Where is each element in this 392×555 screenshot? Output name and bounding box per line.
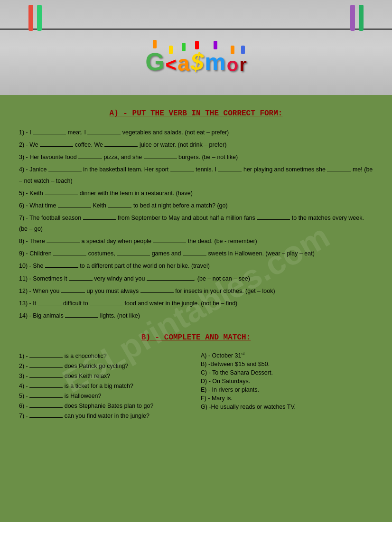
section-a: A) - PUT THE VERB IN THE CORRECT FORM: 1… <box>19 109 373 321</box>
ex-a-1: 1) - I meat. I vegetables and salads. (n… <box>19 127 373 138</box>
clothesline <box>0 28 392 30</box>
match-right-b: B) -Between $15 and $50. <box>201 361 373 367</box>
blank <box>45 188 78 195</box>
blank <box>29 401 63 408</box>
ex-a-3: 3) - Her favourite food pizza, and she b… <box>19 152 373 163</box>
blank <box>327 165 351 171</box>
blank <box>48 165 82 171</box>
blank <box>40 140 73 147</box>
blank <box>29 361 63 368</box>
match-right-f: F) - Mary is. <box>201 395 373 402</box>
ex-a-11: 11) - Sometimes it very windy and you . … <box>19 273 373 284</box>
match-right-g: G) -He usually reads or watches TV. <box>201 404 373 410</box>
ex-a-6: 6) - What time Keith to bed at night bef… <box>19 200 373 211</box>
letter-m2: m <box>205 41 225 74</box>
match-right-a: A) - October 31st <box>201 351 373 359</box>
section-a-title: A) - PUT THE VERB IN THE CORRECT FORM: <box>19 109 373 118</box>
blank <box>58 201 91 207</box>
blank <box>153 236 186 243</box>
letter-r2: r <box>239 46 247 74</box>
letter-g: G <box>145 40 164 74</box>
blank <box>29 381 63 388</box>
blank <box>33 128 66 134</box>
blank <box>65 311 98 318</box>
letter-m1: $ <box>191 41 204 74</box>
blank <box>45 261 78 268</box>
blank <box>69 274 93 281</box>
blank <box>47 236 80 243</box>
letter-a1: a <box>177 43 190 74</box>
match-left-4: 4) - is a ticket for a big match? <box>19 381 191 389</box>
blank <box>87 128 121 134</box>
letters-container: G < a $ m o r <box>145 40 247 74</box>
blank <box>29 371 63 378</box>
blank <box>83 213 116 220</box>
blank <box>183 249 206 255</box>
main-content: ESLprintables.com A) - PUT THE VERB IN T… <box>0 95 392 522</box>
section-b: B) - COMPLETE AND MATCH: 1) - is a choco… <box>19 333 373 421</box>
ex-a-12: 12) - When you up you must always for in… <box>19 286 373 297</box>
blank <box>140 286 174 293</box>
blank <box>29 391 63 398</box>
blank <box>218 165 242 171</box>
ex-a-10: 10) - She to a different part of the wor… <box>19 261 373 272</box>
blank <box>144 152 177 159</box>
blank <box>78 152 102 159</box>
match-left-7: 7) - can you find water in the jungle? <box>19 411 191 419</box>
ex-a-8: 8) - There a special day when people the… <box>19 236 373 247</box>
blank <box>170 165 194 171</box>
blank <box>108 201 131 207</box>
blank <box>104 140 138 147</box>
ex-a-5: 5) - Keith dinner with the team in a res… <box>19 188 373 199</box>
ex-a-4: 4) - Janice in the basketball team. Her … <box>19 164 373 186</box>
blank <box>29 351 63 358</box>
blank <box>29 411 63 418</box>
letter-r1: < <box>166 46 177 74</box>
blank <box>257 213 290 220</box>
ex-a-14: 14) - Big animals lights. (not like) <box>19 310 373 321</box>
ex-a-7: 7) - The football season from September … <box>19 213 373 235</box>
section-b-title: B) - COMPLETE AND MATCH: <box>19 333 373 342</box>
ex-a-13: 13) - It difficult to food and water in … <box>19 298 373 309</box>
match-container: 1) - is a chocoholic? 2) - does Patrick … <box>19 351 373 421</box>
match-right: A) - October 31st B) -Between $15 and $5… <box>201 351 373 421</box>
exercise-a-text: 1) - I meat. I vegetables and salads. (n… <box>19 127 373 321</box>
ex-a-2: 2) - We coffee. We juice or water. (not … <box>19 140 373 151</box>
match-right-d: D) - On Saturdays. <box>201 378 373 385</box>
match-left-5: 5) - is Halloween? <box>19 391 191 399</box>
match-right-e: E) - In rivers or plants. <box>201 386 373 393</box>
blank <box>117 249 150 255</box>
header-banner: G < a $ m o r <box>0 0 392 95</box>
blank <box>90 299 123 305</box>
blank <box>147 274 194 281</box>
match-left-3: 3) - does Keith relax? <box>19 371 191 379</box>
letter-a2: o <box>227 46 238 74</box>
match-left-1: 1) - is a chocoholic? <box>19 351 191 359</box>
blank <box>53 249 86 255</box>
match-right-c: C) - To the Sahara Dessert. <box>201 369 373 376</box>
blank <box>61 286 85 293</box>
match-left-6: 6) - does Stephanie Bates plan to go? <box>19 401 191 409</box>
blank <box>38 299 62 305</box>
match-left-2: 2) - does Patrick go cycling? <box>19 361 191 369</box>
ex-a-9: 9) - Children costumes, games and sweets… <box>19 248 373 259</box>
match-left: 1) - is a chocoholic? 2) - does Patrick … <box>19 351 191 421</box>
